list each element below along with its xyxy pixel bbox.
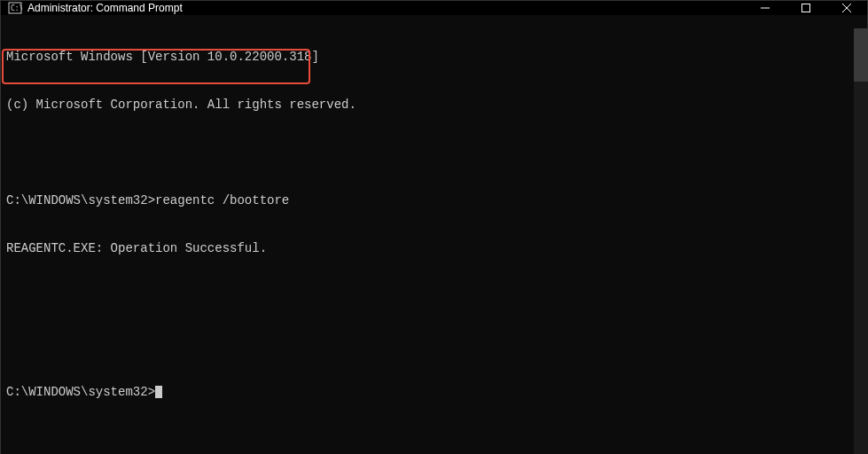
blank-line [6,145,862,160]
terminal-line: C:\WINDOWS\system32>reagentc /boottore [6,192,862,208]
svg-text:C:\: C:\ [11,4,22,12]
terminal-line: C:\WINDOWS\system32> [6,384,862,400]
prompt: C:\WINDOWS\system32> [6,385,155,399]
maximize-button[interactable] [786,1,826,15]
cmd-icon: C:\ [8,1,22,15]
svg-rect-3 [802,4,810,12]
window-title: Administrator: Command Prompt [27,2,183,14]
terminal-line: (c) Microsoft Corporation. All rights re… [6,97,862,113]
scrollbar-thumb[interactable] [854,28,868,82]
terminal-line: REAGENTC.EXE: Operation Successful. [6,240,862,256]
titlebar-left: C:\ Administrator: Command Prompt [8,1,183,15]
window-controls [745,1,867,15]
terminal-body[interactable]: Microsoft Windows [Version 10.0.22000.31… [1,15,867,454]
minimize-button[interactable] [745,1,786,15]
command: reagentc /boottore [155,193,289,207]
cursor [155,386,162,398]
blank-line [6,288,862,304]
blank-line [6,336,862,352]
close-button[interactable] [826,1,867,15]
scrollbar[interactable] [854,28,868,454]
titlebar[interactable]: C:\ Administrator: Command Prompt [1,1,867,15]
prompt: C:\WINDOWS\system32> [6,193,155,207]
terminal-line: Microsoft Windows [Version 10.0.22000.31… [6,49,862,65]
command-prompt-window: C:\ Administrator: Command Prompt Micros… [0,0,868,454]
